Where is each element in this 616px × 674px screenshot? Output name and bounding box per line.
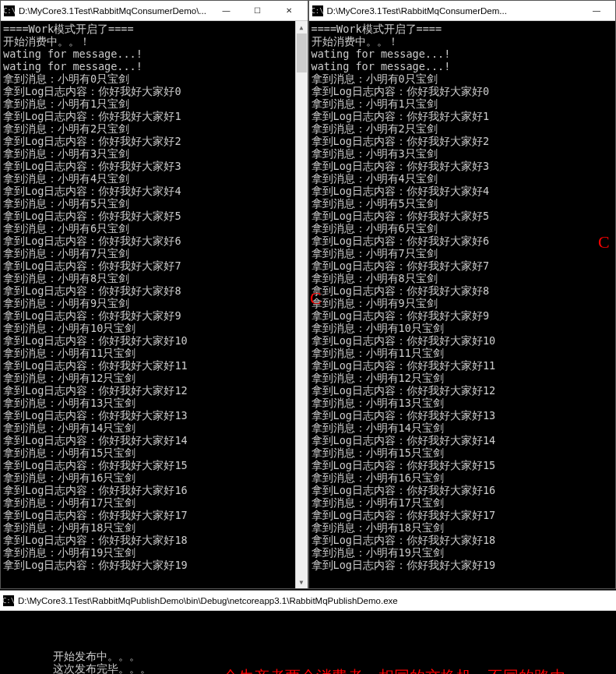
console-line: 拿到消息：小明有12只宝剑 xyxy=(312,372,614,384)
console-line: 拿到Log日志内容：你好我好大家好7 xyxy=(3,259,305,272)
console-line: 拿到Log日志内容：你好我好大家好16 xyxy=(312,484,614,496)
console-window-bottom: C:\ D:\MyCore3.1Test\RabbitMqPublishDemo… xyxy=(0,590,616,674)
scroll-up-icon[interactable]: ▲ xyxy=(296,21,308,34)
console-output-bottom: 开始发布中。。。 这次发布完毕。。。 一个生产者两个消费者，相同的交换机，不同的… xyxy=(0,611,616,674)
console-line: 拿到Log日志内容：你好我好大家好11 xyxy=(3,359,305,372)
console-line: 拿到消息：小明有5只宝剑 xyxy=(312,197,614,210)
console-line: 拿到Log日志内容：你好我好大家好17 xyxy=(312,509,614,521)
annotation-text: 一个生产者两个消费者，相同的交换机，不同的路由 xyxy=(158,669,614,674)
console-line: 拿到Log日志内容：你好我好大家好3 xyxy=(3,160,305,172)
console-line: 拿到消息：小明有9只宝剑 xyxy=(3,297,305,309)
console-output-right: ====Work模式开启了====开始消费中。。！wating for mess… xyxy=(309,21,616,588)
console-line: 拿到Log日志内容：你好我好大家好6 xyxy=(312,235,614,247)
console-output-left: ====Work模式开启了====开始消费中。。！wating for mess… xyxy=(1,21,308,588)
console-line: 拿到Log日志内容：你好我好大家好11 xyxy=(312,359,614,372)
scrollbar-left[interactable]: ▲ ▼ xyxy=(295,21,308,588)
console-line: 拿到消息：小明有14只宝剑 xyxy=(3,422,305,434)
console-line: 拿到消息：小明有11只宝剑 xyxy=(3,347,305,359)
console-line: 拿到消息：小明有0只宝剑 xyxy=(3,72,305,85)
console-window-left: C:\ D:\MyCore3.1Test\RabbitMqConsumerDem… xyxy=(0,0,308,589)
cmd-icon: C:\ xyxy=(4,5,15,16)
close-button[interactable]: ✕ xyxy=(273,1,304,20)
console-line: 拿到Log日志内容：你好我好大家好9 xyxy=(312,309,614,322)
console-line: 拿到消息：小明有8只宝剑 xyxy=(3,272,305,284)
console-line: 拿到Log日志内容：你好我好大家好4 xyxy=(3,185,305,197)
console-line: 拿到消息：小明有3只宝剑 xyxy=(3,147,305,160)
console-line: 拿到Log日志内容：你好我好大家好3 xyxy=(312,160,614,172)
scroll-down-icon[interactable]: ▼ xyxy=(296,576,308,588)
console-line: 拿到Log日志内容：你好我好大家好12 xyxy=(312,384,614,397)
console-line: 拿到消息：小明有7只宝剑 xyxy=(3,247,305,259)
console-line: ====Work模式开启了==== xyxy=(3,23,305,35)
console-line: 拿到Log日志内容：你好我好大家好1 xyxy=(3,110,305,122)
console-line: 拿到消息：小明有13只宝剑 xyxy=(3,397,305,409)
console-line: wating for message...! xyxy=(3,48,305,60)
console-line: 拿到Log日志内容：你好我好大家好0 xyxy=(3,85,305,97)
console-line: 拿到Log日志内容：你好我好大家好15 xyxy=(312,459,614,471)
maximize-button[interactable]: ☐ xyxy=(242,1,273,20)
console-line: 拿到消息：小明有2只宝剑 xyxy=(3,122,305,135)
console-line: 拿到Log日志内容：你好我好大家好5 xyxy=(312,210,614,222)
console-line: 拿到消息：小明有16只宝剑 xyxy=(3,471,305,484)
console-line: 拿到消息：小明有6只宝剑 xyxy=(312,222,614,235)
console-line: 拿到Log日志内容：你好我好大家好10 xyxy=(3,334,305,347)
console-line: 拿到Log日志内容：你好我好大家好13 xyxy=(312,409,614,422)
console-line: 拿到消息：小明有8只宝剑 xyxy=(312,272,614,284)
scroll-thumb[interactable] xyxy=(297,34,307,72)
window-title: D:\MyCore3.1Test\RabbitMqConsumerDemo\..… xyxy=(19,6,211,16)
titlebar-left[interactable]: C:\ D:\MyCore3.1Test\RabbitMqConsumerDem… xyxy=(1,1,308,21)
console-line: 拿到消息：小明有19只宝剑 xyxy=(312,546,614,559)
console-line: 拿到Log日志内容：你好我好大家好0 xyxy=(312,85,614,97)
console-line: 拿到消息：小明有14只宝剑 xyxy=(312,422,614,434)
console-line: 拿到Log日志内容：你好我好大家好13 xyxy=(3,409,305,422)
console-line: 拿到Log日志内容：你好我好大家好8 xyxy=(3,284,305,297)
console-line: 拿到消息：小明有15只宝剑 xyxy=(312,446,614,459)
console-line: 拿到消息：小明有0只宝剑 xyxy=(312,72,614,85)
console-line: 拿到Log日志内容：你好我好大家好18 xyxy=(312,534,614,546)
console-line: 拿到Log日志内容：你好我好大家好2 xyxy=(3,135,305,147)
console-line: 拿到消息：小明有10只宝剑 xyxy=(3,322,305,334)
console-line: wating for message...! xyxy=(312,60,614,72)
minimize-button[interactable]: — xyxy=(211,1,242,20)
console-line: 拿到Log日志内容：你好我好大家好6 xyxy=(3,235,305,247)
console-line: 开始发布中。。。 xyxy=(53,650,140,662)
console-line: 拿到Log日志内容：你好我好大家好18 xyxy=(3,534,305,546)
console-line: 拿到消息：小明有5只宝剑 xyxy=(3,197,305,210)
console-line: 这次发布完毕。。。 xyxy=(53,662,151,674)
window-title: D:\MyCore3.1Test\RabbitMqPublishDemo\bin… xyxy=(18,596,613,605)
console-line: 拿到Log日志内容：你好我好大家好12 xyxy=(3,384,305,397)
console-line: 拿到Log日志内容：你好我好大家好14 xyxy=(3,434,305,446)
console-line: 拿到Log日志内容：你好我好大家好9 xyxy=(3,309,305,322)
window-title: D:\MyCore3.1Test\RabbitMqConsumerDem... xyxy=(327,6,582,16)
console-line: 拿到Log日志内容：你好我好大家好4 xyxy=(312,185,614,197)
console-line: 拿到Log日志内容：你好我好大家好8 xyxy=(312,284,614,297)
console-line: 拿到消息：小明有4只宝剑 xyxy=(312,172,614,185)
console-line: wating for message...! xyxy=(312,48,614,60)
console-line: 拿到Log日志内容：你好我好大家好19 xyxy=(3,559,305,571)
console-line: 拿到Log日志内容：你好我好大家好19 xyxy=(312,559,614,571)
console-line: 拿到消息：小明有6只宝剑 xyxy=(3,222,305,235)
console-line: 拿到消息：小明有16只宝剑 xyxy=(312,471,614,484)
cmd-icon: C:\ xyxy=(3,595,14,606)
console-line: 拿到消息：小明有9只宝剑 xyxy=(312,297,614,309)
console-line: 拿到Log日志内容：你好我好大家好1 xyxy=(312,110,614,122)
console-line: 拿到Log日志内容：你好我好大家好17 xyxy=(3,509,305,521)
console-line: 拿到消息：小明有17只宝剑 xyxy=(312,496,614,509)
console-line: wating for message...! xyxy=(3,60,305,72)
console-window-right: C:\ D:\MyCore3.1Test\RabbitMqConsumerDem… xyxy=(308,0,617,589)
console-line: 拿到Log日志内容：你好我好大家好2 xyxy=(312,135,614,147)
console-line: 拿到消息：小明有19只宝剑 xyxy=(3,546,305,559)
console-line: 拿到Log日志内容：你好我好大家好10 xyxy=(312,334,614,347)
titlebar-bottom[interactable]: C:\ D:\MyCore3.1Test\RabbitMqPublishDemo… xyxy=(0,591,616,611)
console-line: 拿到消息：小明有3只宝剑 xyxy=(312,147,614,160)
console-line: 拿到消息：小明有18只宝剑 xyxy=(312,521,614,534)
console-line: 拿到消息：小明有11只宝剑 xyxy=(312,347,614,359)
minimize-button[interactable]: — xyxy=(581,1,612,20)
console-line: 拿到Log日志内容：你好我好大家好7 xyxy=(312,259,614,272)
console-line: 开始消费中。。！ xyxy=(312,35,614,48)
console-line: ====Work模式开启了==== xyxy=(312,23,614,35)
console-line: 拿到消息：小明有12只宝剑 xyxy=(3,372,305,384)
console-line: 拿到消息：小明有13只宝剑 xyxy=(312,397,614,409)
console-line: 开始消费中。。！ xyxy=(3,35,305,48)
titlebar-right[interactable]: C:\ D:\MyCore3.1Test\RabbitMqConsumerDem… xyxy=(309,1,616,21)
